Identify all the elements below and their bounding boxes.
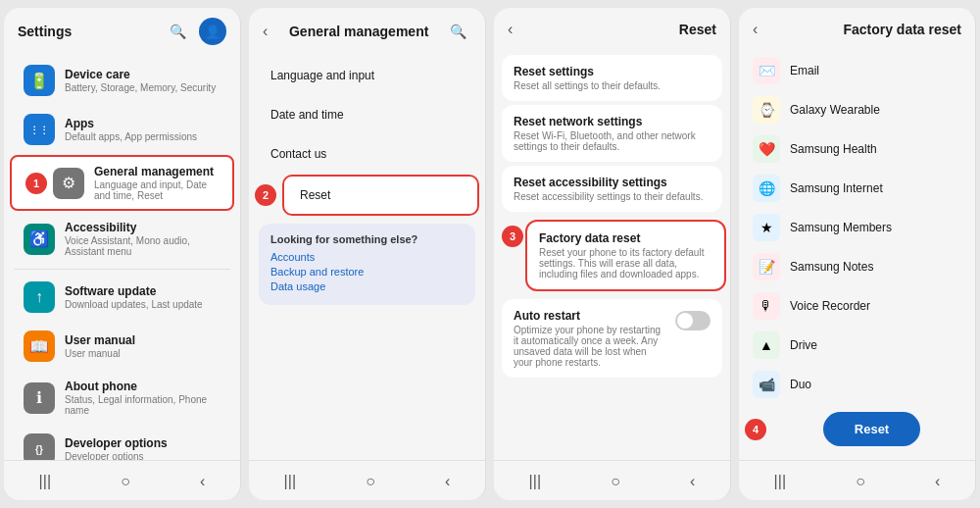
reset-network-item[interactable]: Reset network settings Reset Wi-Fi, Blue… xyxy=(502,105,722,162)
reset-bottom-nav: ||| ○ ‹ xyxy=(494,460,730,500)
auto-restart-desc: Optimize your phone by restarting it aut… xyxy=(514,325,667,368)
gm-contact-us[interactable]: Contact us xyxy=(255,135,479,173)
dev-options-text: Developer options Developer options xyxy=(65,436,220,460)
sidebar-item-user-manual[interactable]: 📖 User manual User manual xyxy=(10,323,234,370)
gm-home-button[interactable]: ○ xyxy=(356,469,385,494)
software-update-title: Software update xyxy=(65,284,220,298)
reset-accessibility-item[interactable]: Reset accessibility settings Reset acces… xyxy=(502,166,722,212)
app-samsung-health[interactable]: ❤️ Samsung Health xyxy=(739,129,975,169)
voice-recorder-name: Voice Recorder xyxy=(790,299,870,313)
app-duo[interactable]: 📹 Duo xyxy=(739,365,975,398)
home-button[interactable]: ○ xyxy=(111,469,140,494)
gm-header: ‹ General management 🔍 xyxy=(249,8,485,51)
sidebar-item-about-phone[interactable]: ℹ About phone Status, Legal information,… xyxy=(10,372,234,424)
gm-menu-button[interactable]: ||| xyxy=(274,469,306,494)
duo-icon: 📹 xyxy=(753,371,780,398)
gm-search-icon[interactable]: 🔍 xyxy=(444,18,471,45)
factory-reset-button[interactable]: Reset xyxy=(823,412,920,446)
about-phone-subtitle: Status, Legal information, Phone name xyxy=(65,394,220,416)
back-button[interactable]: ‹ xyxy=(190,469,215,494)
divider-1 xyxy=(14,269,230,270)
app-samsung-members[interactable]: ★ Samsung Members xyxy=(739,208,975,247)
dev-options-icon: {} xyxy=(24,433,55,460)
samsung-notes-icon: 📝 xyxy=(753,253,780,280)
app-galaxy-wearable[interactable]: ⌚ Galaxy Wearable xyxy=(739,90,975,129)
gm-date-time[interactable]: Date and time xyxy=(255,96,479,133)
reset-settings-item[interactable]: Reset settings Reset all settings to the… xyxy=(502,55,722,101)
reset-menu-button[interactable]: ||| xyxy=(519,469,551,494)
factory-data-reset-item[interactable]: Factory data reset Reset your phone to i… xyxy=(525,220,726,291)
toggle-knob xyxy=(677,313,693,329)
general-mgmt-subtitle: Language and input, Date and time, Reset xyxy=(94,179,219,201)
factory-reset-header: ‹ Factory data reset xyxy=(739,8,975,47)
gm-bottom-nav: ||| ○ ‹ xyxy=(249,460,485,500)
accounts-link[interactable]: Accounts xyxy=(270,251,464,263)
user-manual-text: User manual User manual xyxy=(65,333,220,359)
dev-options-title: Developer options xyxy=(65,436,220,450)
sidebar-item-developer-options[interactable]: {} Developer options Developer options xyxy=(10,426,234,460)
user-manual-icon: 📖 xyxy=(24,330,55,362)
looking-section: Looking for something else? Accounts Bac… xyxy=(259,224,475,305)
reset-settings-title: Reset settings xyxy=(514,65,710,78)
user-avatar[interactable]: 👤 xyxy=(199,18,226,45)
auto-restart-toggle[interactable] xyxy=(675,311,710,330)
fr-back-button[interactable]: ‹ xyxy=(925,469,950,494)
user-manual-title: User manual xyxy=(65,333,220,347)
galaxy-wearable-icon: ⌚ xyxy=(753,96,780,124)
app-samsung-internet[interactable]: 🌐 Samsung Internet xyxy=(739,169,975,208)
app-drive[interactable]: ▲ Drive xyxy=(739,326,975,365)
auto-restart-item[interactable]: Auto restart Optimize your phone by rest… xyxy=(502,299,722,378)
samsung-health-icon: ❤️ xyxy=(753,135,780,163)
device-care-subtitle: Battery, Storage, Memory, Security xyxy=(65,82,220,93)
factory-reset-desc: Reset your phone to its factory default … xyxy=(539,247,712,279)
fr-menu-button[interactable]: ||| xyxy=(764,469,796,494)
sidebar-item-accessibility[interactable]: ♿ Accessibility Voice Assistant, Mono au… xyxy=(10,213,234,265)
apps-subtitle: Default apps, App permissions xyxy=(65,131,220,142)
general-management-panel: ‹ General management 🔍 Language and inpu… xyxy=(249,8,486,500)
sidebar-item-device-care[interactable]: 🔋 Device care Battery, Storage, Memory, … xyxy=(10,57,234,104)
user-manual-subtitle: User manual xyxy=(65,348,220,359)
reset-back-arrow[interactable]: ‹ xyxy=(508,21,513,38)
backup-restore-link[interactable]: Backup and restore xyxy=(270,266,464,278)
reset-network-desc: Reset Wi-Fi, Bluetooth, and other networ… xyxy=(514,130,710,152)
reset-back-button[interactable]: ‹ xyxy=(680,469,705,494)
app-samsung-notes[interactable]: 📝 Samsung Notes xyxy=(739,247,975,286)
reset-accessibility-title: Reset accessibility settings xyxy=(514,176,710,189)
reset-settings-desc: Reset all settings to their defaults. xyxy=(514,80,710,91)
sidebar-item-apps[interactable]: ⋮⋮ Apps Default apps, App permissions xyxy=(10,106,234,153)
reset-content: Reset settings Reset all settings to the… xyxy=(494,47,730,460)
sidebar-item-software-update[interactable]: ↑ Software update Download updates, Last… xyxy=(10,274,234,321)
reset-title: Reset xyxy=(679,22,716,37)
device-care-text: Device care Battery, Storage, Memory, Se… xyxy=(65,68,220,93)
accessibility-text: Accessibility Voice Assistant, Mono audi… xyxy=(65,221,220,257)
search-icon[interactable]: 🔍 xyxy=(164,18,191,45)
gm-back-arrow[interactable]: ‹ xyxy=(263,23,268,40)
about-phone-text: About phone Status, Legal information, P… xyxy=(65,380,220,416)
app-voice-recorder[interactable]: 🎙 Voice Recorder xyxy=(739,286,975,326)
software-update-icon: ↑ xyxy=(24,281,55,313)
general-mgmt-text: General management Language and input, D… xyxy=(94,165,219,201)
auto-restart-text: Auto restart Optimize your phone by rest… xyxy=(514,309,667,368)
menu-button[interactable]: ||| xyxy=(29,469,61,494)
app-email[interactable]: ✉️ Email xyxy=(739,51,975,90)
gm-reset-item[interactable]: Reset xyxy=(282,175,479,216)
email-icon: ✉️ xyxy=(753,57,780,84)
reset-home-button[interactable]: ○ xyxy=(601,469,630,494)
step-3-badge: 3 xyxy=(502,226,523,247)
drive-name: Drive xyxy=(790,338,817,352)
apps-icon: ⋮⋮ xyxy=(24,114,55,145)
gm-language-input[interactable]: Language and input xyxy=(255,57,479,94)
factory-back-arrow[interactable]: ‹ xyxy=(753,21,758,38)
step-4-badge: 4 xyxy=(745,419,766,440)
email-name: Email xyxy=(790,64,819,77)
factory-reset-panel-title: Factory data reset xyxy=(843,22,961,37)
samsung-members-icon: ★ xyxy=(753,214,780,241)
reset-network-title: Reset network settings xyxy=(514,115,710,128)
samsung-internet-name: Samsung Internet xyxy=(790,181,883,195)
data-usage-link[interactable]: Data usage xyxy=(270,280,464,292)
sidebar-item-general-management[interactable]: 1 ⚙ General management Language and inpu… xyxy=(10,155,234,211)
looking-title: Looking for something else? xyxy=(270,233,464,245)
reset-panel: ‹ Reset Reset settings Reset all setting… xyxy=(494,8,731,500)
fr-home-button[interactable]: ○ xyxy=(846,469,875,494)
gm-back-button[interactable]: ‹ xyxy=(435,469,460,494)
